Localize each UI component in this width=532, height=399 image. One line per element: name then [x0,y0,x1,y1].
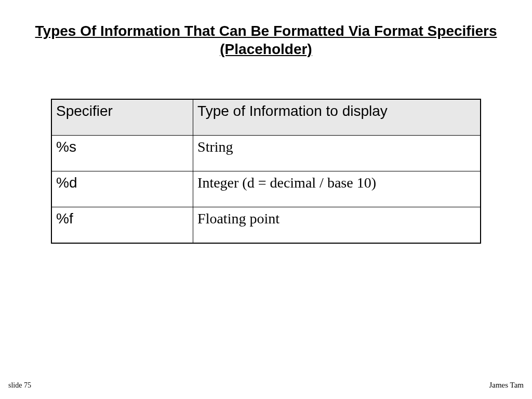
table-row: %f Floating point [51,207,481,244]
cell-specifier: %d [51,171,193,207]
title-line-2: (Placeholder) [220,41,312,57]
title-line-1: Types Of Information That Can Be Formatt… [35,23,497,39]
cell-description: Floating point [193,207,481,244]
header-specifier: Specifier [51,99,193,136]
table-header-row: Specifier Type of Information to display [51,99,481,136]
slide-number: slide 75 [8,381,31,390]
cell-description: String [193,136,481,171]
header-type: Type of Information to display [193,99,481,136]
table-row: %d Integer (d = decimal / base 10) [51,171,481,207]
cell-specifier: %s [51,136,193,171]
table-row: %s String [51,136,481,171]
author-name: James Tam [489,381,524,390]
format-specifier-table-wrap: Specifier Type of Information to display… [51,99,481,244]
page-title: Types Of Information That Can Be Formatt… [0,0,532,58]
format-specifier-table: Specifier Type of Information to display… [51,99,481,244]
cell-specifier: %f [51,207,193,244]
cell-description: Integer (d = decimal / base 10) [193,171,481,207]
